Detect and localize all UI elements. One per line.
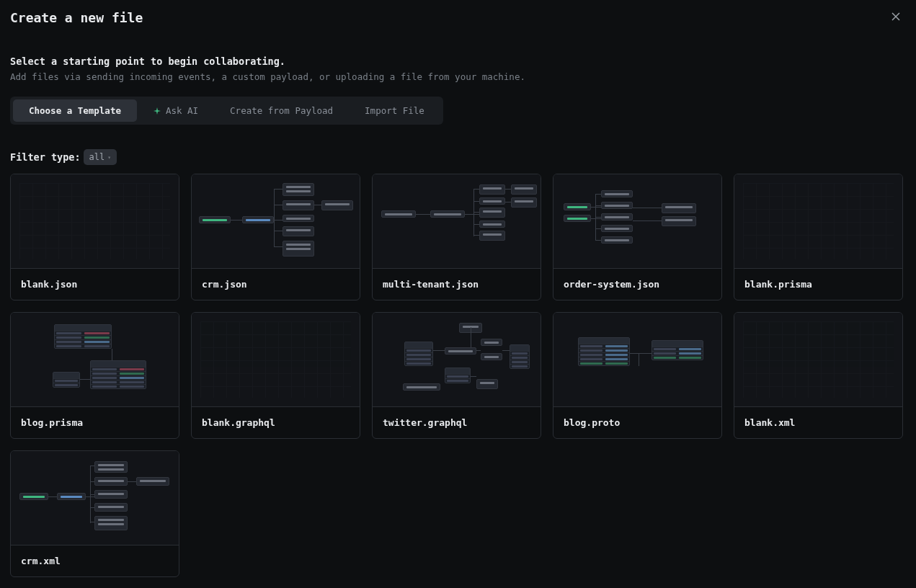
sparkle-icon (153, 107, 161, 115)
template-name: blank.prisma (734, 268, 902, 300)
tab-create-from-payload[interactable]: Create from Payload (214, 99, 349, 122)
template-preview (734, 174, 902, 268)
close-icon (891, 11, 901, 24)
template-card-blog-proto[interactable]: blog.proto (553, 312, 722, 439)
template-preview (553, 313, 721, 406)
template-preview (373, 174, 541, 268)
template-card-order-system-json[interactable]: order-system.json (553, 174, 722, 300)
template-name: crm.json (192, 268, 360, 300)
template-card-crm-xml[interactable]: crm.xml (10, 450, 179, 577)
chevron-down-icon: ▾ (107, 154, 111, 161)
template-name: crm.xml (11, 545, 179, 576)
filter-type-select[interactable]: all ▾ (84, 149, 117, 165)
template-name: twitter.graphql (373, 406, 541, 438)
template-name: blog.proto (553, 406, 721, 438)
template-preview (553, 174, 721, 268)
template-card-blank-graphql[interactable]: blank.graphql (191, 312, 360, 439)
page-description: Add files via sending incoming events, a… (10, 71, 906, 82)
tab-choose-template[interactable]: Choose a Template (13, 99, 137, 122)
template-preview (192, 174, 360, 268)
tab-group: Choose a Template Ask AI Create from Pay… (10, 97, 443, 125)
template-card-blank-xml[interactable]: blank.xml (734, 312, 903, 439)
page-subtitle: Select a starting point to begin collabo… (10, 55, 906, 67)
template-name: order-system.json (553, 268, 721, 300)
template-preview (373, 313, 541, 406)
template-card-multi-tenant-json[interactable]: multi-tenant.json (372, 174, 541, 300)
template-card-blog-prisma[interactable]: blog.prisma (10, 312, 179, 439)
filter-value: all (89, 152, 105, 162)
template-name: blank.xml (734, 406, 902, 438)
tab-label: Ask AI (166, 105, 198, 116)
template-name: multi-tenant.json (373, 268, 541, 300)
template-card-twitter-graphql[interactable]: twitter.graphql (372, 312, 541, 439)
template-name: blog.prisma (11, 406, 179, 438)
filter-label: Filter type: (10, 151, 81, 163)
template-preview (11, 313, 179, 406)
template-preview (11, 174, 179, 268)
filter-row: Filter type: all ▾ (10, 149, 906, 165)
template-preview (11, 451, 179, 545)
template-name: blank.json (11, 268, 179, 300)
template-card-blank-prisma[interactable]: blank.prisma (734, 174, 903, 300)
close-button[interactable] (889, 10, 903, 24)
template-card-blank-json[interactable]: blank.json (10, 174, 179, 300)
tab-import-file[interactable]: Import File (349, 99, 440, 122)
tab-ask-ai[interactable]: Ask AI (137, 99, 214, 122)
tab-label: Import File (365, 105, 424, 116)
template-card-crm-json[interactable]: crm.json (191, 174, 360, 300)
template-grid: blank.json crm.json (10, 174, 906, 577)
tab-label: Choose a Template (29, 105, 121, 116)
template-name: blank.graphql (192, 406, 360, 438)
template-preview (734, 313, 902, 406)
template-preview (192, 313, 360, 406)
tab-label: Create from Payload (230, 105, 333, 116)
page-title: Create a new file (10, 10, 906, 25)
